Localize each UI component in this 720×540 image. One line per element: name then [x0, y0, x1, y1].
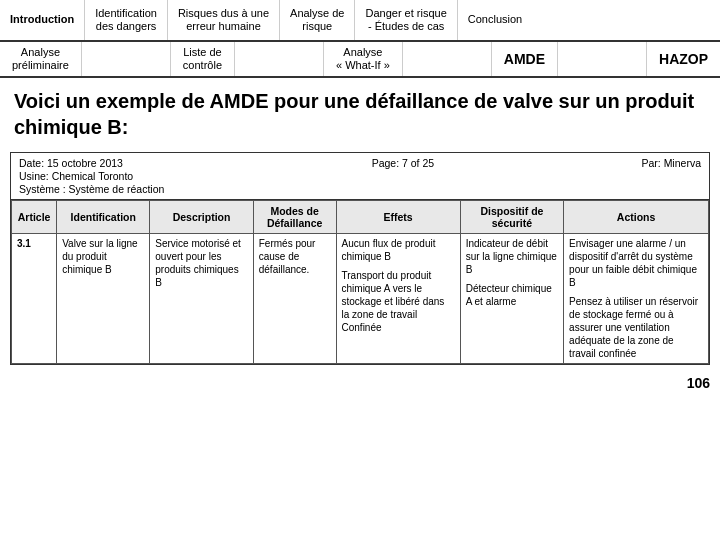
nav-conclusion[interactable]: Conclusion [458, 0, 532, 40]
cell-dispositif: Indicateur de débit sur la ligne chimiqu… [460, 234, 563, 364]
nav-identification[interactable]: Identificationdes dangers [85, 0, 168, 40]
cell-actions-2: Pensez à utiliser un réservoir de stocka… [569, 295, 703, 360]
table-systeme: Système : Système de réaction [19, 183, 164, 195]
amde-table-container: Date: 15 octobre 2013 Usine: Chemical To… [10, 152, 710, 365]
amde-data-table: Article Identification Description Modes… [11, 200, 709, 364]
nav-risques[interactable]: Risques dus à uneerreur humaine [168, 0, 280, 40]
nav-introduction[interactable]: Introduction [0, 0, 85, 40]
nav-spacer2 [235, 42, 324, 76]
nav-what-if[interactable]: Analyse« What-If » [324, 42, 403, 76]
nav-spacer3 [403, 42, 492, 76]
main-heading: Voici un exemple de AMDE pour une défail… [0, 78, 720, 146]
nav-analyse-risque[interactable]: Analyse derisque [280, 0, 355, 40]
nav-hazop[interactable]: HAZOP [647, 42, 720, 76]
cell-identification: Valve sur la ligne du produit chimique B [57, 234, 150, 364]
col-article: Article [12, 201, 57, 234]
nav-analyse-prelim[interactable]: Analysepréliminaire [0, 42, 82, 76]
table-row: 3.1 Valve sur la ligne du produit chimiq… [12, 234, 709, 364]
sub-nav: Analysepréliminaire Liste decontrôle Ana… [0, 42, 720, 78]
col-description: Description [150, 201, 253, 234]
col-modes: Modes deDéfaillance [253, 201, 336, 234]
cell-actions: Envisager une alarme / un dispositif d'a… [564, 234, 709, 364]
table-info-header: Date: 15 octobre 2013 Usine: Chemical To… [11, 153, 709, 200]
cell-description: Service motorisé et ouvert pour les prod… [150, 234, 253, 364]
nav-spacer4 [558, 42, 647, 76]
cell-effets: Aucun flux de produit chimique B Transpo… [336, 234, 460, 364]
col-actions: Actions [564, 201, 709, 234]
table-par: Par: Minerva [641, 157, 701, 195]
cell-article: 3.1 [12, 234, 57, 364]
top-nav: Introduction Identificationdes dangers R… [0, 0, 720, 42]
nav-amde[interactable]: AMDE [492, 42, 558, 76]
cell-actions-1: Envisager une alarme / un dispositif d'a… [569, 237, 703, 289]
cell-dispositif-2: Détecteur chimique A et alarme [466, 282, 558, 308]
col-dispositif: Dispositif desécurité [460, 201, 563, 234]
table-page: Page: 7 of 25 [372, 157, 434, 195]
table-date: Date: 15 octobre 2013 [19, 157, 164, 169]
nav-liste-controle[interactable]: Liste decontrôle [171, 42, 235, 76]
cell-effets-1: Aucun flux de produit chimique B [342, 237, 455, 263]
table-usine: Usine: Chemical Toronto [19, 170, 164, 182]
cell-modes: Fermés pour cause de défaillance. [253, 234, 336, 364]
cell-effets-2: Transport du produit chimique A vers le … [342, 269, 455, 334]
nav-spacer [82, 42, 171, 76]
col-effets: Effets [336, 201, 460, 234]
cell-dispositif-1: Indicateur de débit sur la ligne chimiqu… [466, 237, 558, 276]
nav-danger-risque[interactable]: Danger et risque- Études de cas [355, 0, 457, 40]
col-identification: Identification [57, 201, 150, 234]
page-number: 106 [0, 371, 720, 393]
table-info-left: Date: 15 octobre 2013 Usine: Chemical To… [19, 157, 164, 195]
